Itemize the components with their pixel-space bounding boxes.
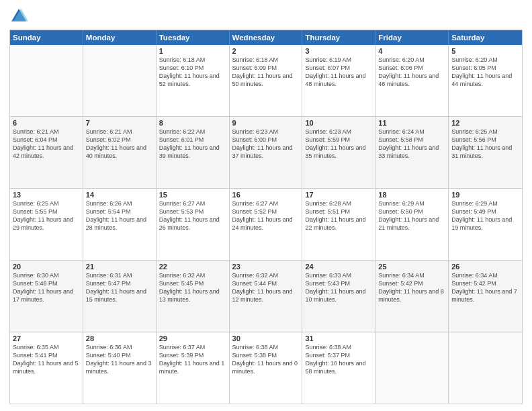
calendar-cell: 23Sunrise: 6:32 AM Sunset: 5:44 PM Dayli…: [230, 261, 303, 332]
day-number: 27: [13, 334, 80, 342]
calendar-cell: [449, 332, 522, 404]
header: [9, 7, 523, 26]
calendar-header-cell: Friday: [375, 30, 449, 45]
calendar-cell: 20Sunrise: 6:30 AM Sunset: 5:48 PM Dayli…: [10, 261, 83, 332]
day-info: Sunrise: 6:38 AM Sunset: 5:38 PM Dayligh…: [232, 343, 300, 376]
day-info: Sunrise: 6:31 AM Sunset: 5:47 PM Dayligh…: [86, 271, 153, 304]
calendar-cell: 5Sunrise: 6:20 AM Sunset: 6:05 PM Daylig…: [449, 45, 522, 116]
calendar-cell: 15Sunrise: 6:27 AM Sunset: 5:53 PM Dayli…: [157, 189, 230, 260]
day-info: Sunrise: 6:32 AM Sunset: 5:44 PM Dayligh…: [232, 271, 300, 304]
calendar-week: 27Sunrise: 6:35 AM Sunset: 5:41 PM Dayli…: [10, 332, 522, 404]
day-number: 3: [305, 47, 372, 55]
day-number: 15: [159, 191, 226, 199]
day-info: Sunrise: 6:26 AM Sunset: 5:54 PM Dayligh…: [86, 199, 153, 232]
calendar-cell: 25Sunrise: 6:34 AM Sunset: 5:42 PM Dayli…: [375, 261, 449, 332]
calendar-cell: 12Sunrise: 6:25 AM Sunset: 5:56 PM Dayli…: [449, 117, 522, 188]
calendar-cell: 30Sunrise: 6:38 AM Sunset: 5:38 PM Dayli…: [230, 332, 303, 404]
day-info: Sunrise: 6:32 AM Sunset: 5:45 PM Dayligh…: [159, 271, 226, 304]
day-info: Sunrise: 6:21 AM Sunset: 6:04 PM Dayligh…: [13, 128, 80, 161]
day-info: Sunrise: 6:35 AM Sunset: 5:41 PM Dayligh…: [13, 343, 80, 376]
day-info: Sunrise: 6:20 AM Sunset: 6:06 PM Dayligh…: [378, 56, 445, 89]
calendar-header-cell: Tuesday: [157, 30, 230, 45]
calendar-cell: 31Sunrise: 6:38 AM Sunset: 5:37 PM Dayli…: [302, 332, 375, 404]
day-number: 12: [451, 119, 519, 127]
calendar-header-cell: Monday: [83, 30, 157, 45]
calendar-header-cell: Wednesday: [230, 30, 303, 45]
calendar-cell: 9Sunrise: 6:23 AM Sunset: 6:00 PM Daylig…: [230, 117, 303, 188]
calendar-week: 20Sunrise: 6:30 AM Sunset: 5:48 PM Dayli…: [10, 260, 522, 332]
calendar-cell: 1Sunrise: 6:18 AM Sunset: 6:10 PM Daylig…: [157, 45, 230, 116]
calendar-cell: 17Sunrise: 6:28 AM Sunset: 5:51 PM Dayli…: [302, 189, 375, 260]
calendar-cell: 22Sunrise: 6:32 AM Sunset: 5:45 PM Dayli…: [157, 261, 230, 332]
calendar-header-cell: Saturday: [449, 30, 522, 45]
calendar-cell: 21Sunrise: 6:31 AM Sunset: 5:47 PM Dayli…: [83, 261, 157, 332]
day-info: Sunrise: 6:34 AM Sunset: 5:42 PM Dayligh…: [451, 271, 519, 304]
day-info: Sunrise: 6:23 AM Sunset: 6:00 PM Dayligh…: [232, 128, 300, 161]
day-info: Sunrise: 6:25 AM Sunset: 5:56 PM Dayligh…: [451, 128, 519, 161]
page: SundayMondayTuesdayWednesdayThursdayFrid…: [0, 0, 532, 411]
day-number: 9: [232, 119, 300, 127]
calendar-cell: 10Sunrise: 6:23 AM Sunset: 5:59 PM Dayli…: [302, 117, 375, 188]
day-number: 26: [451, 263, 519, 271]
day-number: 11: [378, 119, 445, 127]
day-number: 29: [159, 334, 226, 342]
day-info: Sunrise: 6:27 AM Sunset: 5:52 PM Dayligh…: [232, 199, 300, 232]
day-info: Sunrise: 6:21 AM Sunset: 6:02 PM Dayligh…: [86, 128, 153, 161]
day-info: Sunrise: 6:27 AM Sunset: 5:53 PM Dayligh…: [159, 199, 226, 232]
day-number: 10: [305, 119, 372, 127]
day-number: 25: [378, 263, 445, 271]
day-number: 20: [13, 263, 80, 271]
day-info: Sunrise: 6:34 AM Sunset: 5:42 PM Dayligh…: [378, 271, 445, 304]
calendar-cell: 29Sunrise: 6:37 AM Sunset: 5:39 PM Dayli…: [157, 332, 230, 404]
day-number: 13: [13, 191, 80, 199]
day-number: 31: [305, 334, 372, 342]
calendar-cell: 18Sunrise: 6:29 AM Sunset: 5:50 PM Dayli…: [375, 189, 449, 260]
day-number: 18: [378, 191, 445, 199]
day-number: 5: [451, 47, 519, 55]
day-number: 2: [232, 47, 300, 55]
day-info: Sunrise: 6:23 AM Sunset: 5:59 PM Dayligh…: [305, 128, 372, 161]
calendar-header-cell: Thursday: [302, 30, 375, 45]
calendar-cell: 6Sunrise: 6:21 AM Sunset: 6:04 PM Daylig…: [10, 117, 83, 188]
calendar-cell: 19Sunrise: 6:29 AM Sunset: 5:49 PM Dayli…: [449, 189, 522, 260]
day-info: Sunrise: 6:30 AM Sunset: 5:48 PM Dayligh…: [13, 271, 80, 304]
calendar-cell: 3Sunrise: 6:19 AM Sunset: 6:07 PM Daylig…: [302, 45, 375, 116]
calendar-cell: 14Sunrise: 6:26 AM Sunset: 5:54 PM Dayli…: [83, 189, 157, 260]
calendar-cell: 28Sunrise: 6:36 AM Sunset: 5:40 PM Dayli…: [83, 332, 157, 404]
calendar-cell: 4Sunrise: 6:20 AM Sunset: 6:06 PM Daylig…: [375, 45, 449, 116]
calendar-cell: 16Sunrise: 6:27 AM Sunset: 5:52 PM Dayli…: [230, 189, 303, 260]
day-number: 23: [232, 263, 300, 271]
calendar-cell: 24Sunrise: 6:33 AM Sunset: 5:43 PM Dayli…: [302, 261, 375, 332]
calendar-cell: [83, 45, 157, 116]
calendar-cell: 13Sunrise: 6:25 AM Sunset: 5:55 PM Dayli…: [10, 189, 83, 260]
calendar-cell: 27Sunrise: 6:35 AM Sunset: 5:41 PM Dayli…: [10, 332, 83, 404]
calendar-cell: 2Sunrise: 6:18 AM Sunset: 6:09 PM Daylig…: [230, 45, 303, 116]
calendar-week: 13Sunrise: 6:25 AM Sunset: 5:55 PM Dayli…: [10, 188, 522, 260]
day-number: 1: [159, 47, 226, 55]
day-number: 7: [86, 119, 153, 127]
logo: [9, 7, 31, 26]
day-info: Sunrise: 6:22 AM Sunset: 6:01 PM Dayligh…: [159, 128, 226, 161]
calendar-cell: [375, 332, 449, 404]
day-info: Sunrise: 6:20 AM Sunset: 6:05 PM Dayligh…: [451, 56, 519, 89]
day-number: 6: [13, 119, 80, 127]
calendar-cell: 8Sunrise: 6:22 AM Sunset: 6:01 PM Daylig…: [157, 117, 230, 188]
logo-icon: [9, 7, 28, 26]
calendar-body: 1Sunrise: 6:18 AM Sunset: 6:10 PM Daylig…: [10, 45, 522, 404]
calendar-cell: 11Sunrise: 6:24 AM Sunset: 5:58 PM Dayli…: [375, 117, 449, 188]
calendar: SundayMondayTuesdayWednesdayThursdayFrid…: [9, 30, 523, 404]
day-info: Sunrise: 6:36 AM Sunset: 5:40 PM Dayligh…: [86, 343, 153, 376]
day-number: 4: [378, 47, 445, 55]
calendar-week: 1Sunrise: 6:18 AM Sunset: 6:10 PM Daylig…: [10, 45, 522, 116]
day-number: 8: [159, 119, 226, 127]
day-info: Sunrise: 6:25 AM Sunset: 5:55 PM Dayligh…: [13, 199, 80, 232]
day-number: 30: [232, 334, 300, 342]
day-info: Sunrise: 6:29 AM Sunset: 5:50 PM Dayligh…: [378, 199, 445, 232]
calendar-cell: 26Sunrise: 6:34 AM Sunset: 5:42 PM Dayli…: [449, 261, 522, 332]
day-number: 16: [232, 191, 300, 199]
day-number: 19: [451, 191, 519, 199]
calendar-week: 6Sunrise: 6:21 AM Sunset: 6:04 PM Daylig…: [10, 116, 522, 188]
day-number: 22: [159, 263, 226, 271]
day-info: Sunrise: 6:33 AM Sunset: 5:43 PM Dayligh…: [305, 271, 372, 304]
day-number: 21: [86, 263, 153, 271]
